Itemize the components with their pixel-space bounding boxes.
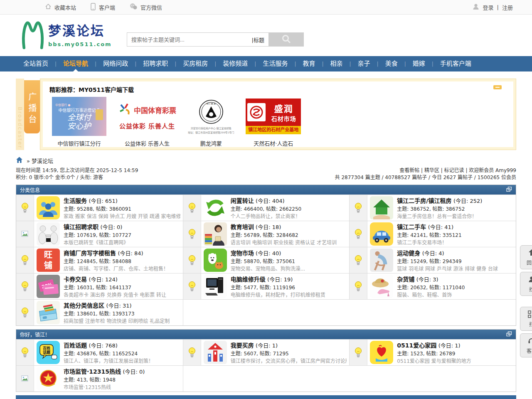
love-home-icon[interactable] — [370, 341, 393, 364]
pets-icon[interactable] — [204, 249, 227, 272]
forum-today-count: (今日: 124) — [89, 276, 117, 283]
green-house-icon[interactable] — [370, 196, 393, 219]
search-bar: |标题 — [127, 32, 304, 47]
login-link[interactable]: 登录 — [483, 3, 494, 11]
forum-link[interactable]: 运动健身 — [397, 250, 420, 256]
forum-link[interactable]: 闲置转让 — [231, 197, 254, 204]
ad-list: 中信银行 ●中信银行万事达借记卡全球付安心护中信银行镇江分行中国体育彩票公益体彩… — [52, 97, 513, 147]
forum-cell: 市场监管·12315热线 (今日: 0)主题: 413, 帖数: 1948市场监… — [16, 366, 183, 392]
float-button-客服[interactable]: 客服 — [520, 333, 532, 357]
forum-link[interactable]: 杂货铺 — [397, 276, 414, 283]
nav-item-10[interactable]: 亲子 — [351, 56, 377, 71]
section-title: 你好，镇江！ — [20, 331, 50, 338]
search-input[interactable] — [127, 37, 252, 43]
forum-today-count: (今日: 768) — [89, 342, 117, 349]
collapse-icon[interactable] — [506, 187, 512, 193]
nav-item-9[interactable]: 相亲 — [324, 56, 350, 71]
forum-link[interactable]: 商铺厂房写字楼租售 — [64, 250, 116, 256]
home-icon[interactable] — [16, 157, 23, 165]
forum-link[interactable]: 我要买房 — [231, 342, 254, 349]
forum-link[interactable]: 卡券交易 — [64, 276, 87, 283]
nav-item-4[interactable]: 招聘求职 — [136, 56, 175, 71]
register-link[interactable]: 注册 — [502, 3, 513, 11]
nav-item-8[interactable]: 教育 — [296, 56, 322, 71]
topbar-item[interactable]: 官方微信 — [129, 3, 162, 11]
search-button[interactable] — [269, 32, 304, 47]
phone-icon — [90, 3, 96, 12]
float-button-找[interactable]: 找 — [520, 272, 532, 296]
forum-body: 镇江招聘求职 (今日: 0)主题: 107619, 帖数: 107727本版已跳… — [34, 221, 183, 247]
forum-link[interactable]: 镇江招聘求职 — [64, 224, 99, 230]
forum-today-count: (今日: 651) — [89, 198, 117, 204]
misc-box-icon[interactable] — [37, 301, 60, 324]
forum-link[interactable]: 电脑维修升级 — [231, 276, 266, 283]
stone-brand: 盛润 — [268, 102, 299, 114]
forum-link[interactable]: 市场监管·12315热线 — [64, 368, 121, 375]
nav-item-6[interactable]: 装修频道 — [216, 56, 254, 71]
search-scope-select[interactable]: |标题 — [252, 36, 268, 44]
ad-banner-citic[interactable]: 中信银行 ●中信银行万事达借记卡全球付安心护中信银行镇江分行 — [52, 97, 106, 147]
forum-link[interactable]: 教育培训 — [231, 224, 254, 230]
quick-link[interactable]: 标记已读 — [444, 167, 464, 173]
forum-cell: 20%卡券交易 (今日: 124)主题: 16031, 帖数: 1641137各… — [16, 273, 183, 299]
topbar-item[interactable]: 客户端 — [90, 3, 115, 12]
forum-link[interactable]: 宠物市场 — [231, 250, 254, 256]
ad-banner-lottery[interactable]: 中国体育彩票公益体彩 乐善人生公益体彩 乐善人生 — [118, 97, 176, 147]
recycle-icon[interactable] — [204, 196, 227, 219]
emblem-icon[interactable] — [37, 367, 60, 390]
top-icon — [528, 249, 532, 258]
quick-link[interactable]: 精华区 — [424, 167, 439, 173]
forum-description: 本版已跳转至《镇江直聘网》 — [64, 239, 180, 246]
buy-house-icon[interactable] — [204, 341, 227, 364]
minimize-button[interactable] — [493, 85, 502, 89]
forum-link[interactable]: 镇江二手房/镇江租房 — [397, 197, 451, 204]
lightbulb-icon — [350, 340, 367, 365]
nav-item-7[interactable]: 生活服务 — [256, 56, 294, 71]
fitness-icon[interactable] — [370, 249, 393, 272]
forum-link[interactable]: 其他分类信息区 — [64, 302, 104, 309]
nav-item-2[interactable]: 论坛导航 — [57, 56, 95, 71]
teacher-icon[interactable] — [204, 222, 227, 246]
handshake-icon[interactable] — [37, 222, 60, 246]
broadcast-tab[interactable]: 广播台 — [24, 80, 40, 133]
ad-banner-hima[interactable]: H I M A鸿蒙智行授权用户中心·镇江宜城桥路地址：镇江市润州区宜城桥路299… — [188, 97, 234, 147]
nav-item-3[interactable]: 网络问政 — [96, 56, 135, 71]
car-icon[interactable] — [370, 222, 393, 246]
life-service-icon[interactable] — [37, 196, 60, 219]
forum-cell: 电脑维修升级 (今日: 19)主题: 5477, 帖数: 1119196电脑维修… — [183, 273, 350, 299]
nav-item-5[interactable]: 买房租房 — [176, 56, 214, 71]
search-box: |标题 — [127, 32, 269, 47]
score-line: 积分: 0 银币:0个 金币:0个 / 头衔: 游客 — [16, 174, 138, 181]
forum-row: 其他分类信息区 (今日: 31)主题: 138601, 帖数: 1393173招… — [16, 299, 516, 325]
wangpu-icon[interactable]: 旺铺 — [37, 249, 60, 272]
site-logo[interactable]: 梦溪论坛 bbs.my0511.com — [21, 19, 112, 52]
float-button-回顶[interactable]: 回顶 — [520, 245, 532, 269]
ad-banner-stone[interactable]: 盛润石材市场镇江地区的石材产业基地天然石材·人造石 — [246, 97, 301, 147]
lightbulb-icon — [16, 340, 34, 365]
forum-body: 20%卡券交易 (今日: 124)主题: 16031, 帖数: 1641137各… — [34, 273, 183, 299]
breadcrumb-link[interactable]: » 梦溪论坛 — [27, 157, 53, 165]
forum-link[interactable]: 生活服务 — [64, 197, 87, 204]
grocery-icon[interactable] — [370, 275, 393, 298]
citizen-talk-icon[interactable]: 百姓话题 — [37, 341, 60, 364]
welcome-member[interactable]: 欢迎新会员 Amy999 — [469, 167, 516, 173]
forum-link[interactable]: 镇江二手车 — [397, 224, 426, 230]
forum-text: 我要买房 (今日: 1)主题: 5607, 帖数: 71295镇江楼市探讨，交流… — [231, 341, 347, 364]
forum-stats: 主题: 16031, 帖数: 1641137 — [64, 283, 180, 291]
cards-icon[interactable]: 20% — [37, 275, 60, 298]
forum-text: 镇江二手房/镇江租房 (今日: 252)主题: 386752, 帖数: 3867… — [397, 196, 513, 219]
nav-item-13[interactable]: 手机客户端 — [433, 56, 478, 71]
collapse-icon[interactable] — [506, 331, 512, 338]
forum-link[interactable]: 0511爱心家园 — [397, 342, 436, 349]
forum-stats: 主题: 436876, 帖数: 11652524 — [64, 350, 180, 357]
computer-icon[interactable] — [204, 275, 227, 298]
float-button-扫[interactable]: 扫 — [520, 307, 532, 331]
nav-item-12[interactable]: 婚嫁 — [406, 56, 432, 71]
forum-today-count: (今日: 0) — [100, 224, 122, 230]
quick-link[interactable]: 查看新帖 — [399, 167, 419, 173]
forum-link[interactable]: 百姓话题 — [64, 342, 87, 349]
nav-item-1[interactable]: 全站首页 — [17, 56, 55, 71]
topbar-item[interactable]: 收藏本站 — [45, 3, 76, 11]
service-icon — [528, 337, 532, 346]
nav-item-11[interactable]: 美食 — [379, 56, 404, 71]
